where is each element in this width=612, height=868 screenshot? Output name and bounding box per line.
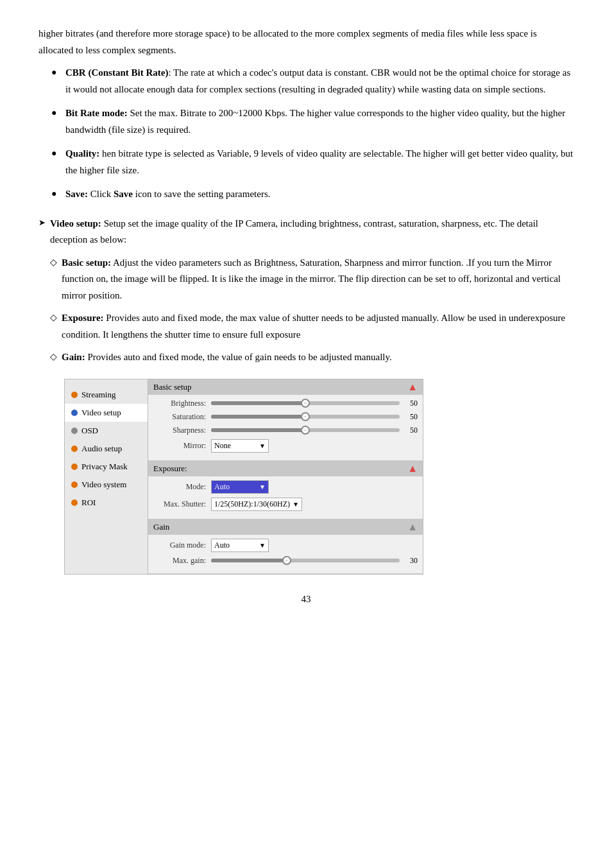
brightness-row: Brightness: 50 — [153, 399, 418, 408]
diagram: Streaming Video setup OSD Audio setup Pr… — [64, 379, 423, 575]
basic-setup-collapse-icon[interactable]: ▲ — [407, 381, 418, 393]
max-shutter-label: Max. Shutter: — [153, 499, 211, 509]
saturation-slider-track[interactable] — [211, 415, 400, 419]
exposure-mode-label: Mode: — [153, 482, 211, 492]
sidebar-item-video-system[interactable]: Video system — [65, 476, 148, 494]
brightness-thumb[interactable] — [301, 399, 310, 408]
bullet-quality: Quality: hen bitrate type is selected as… — [51, 146, 574, 178]
streaming-dot — [71, 392, 78, 398]
sidebar-item-osd-label: OSD — [81, 426, 98, 436]
basic-setup-text: Adjust the video parameters such as Brig… — [62, 257, 561, 300]
osd-dot — [71, 428, 78, 434]
mirror-row: Mirror: None ▼ — [153, 439, 418, 453]
privacy-mask-dot — [71, 464, 78, 470]
video-system-dot — [71, 482, 78, 488]
basic-setup-title: Basic setup — [153, 382, 192, 392]
sharpness-fill — [211, 428, 305, 432]
roi-dot — [71, 499, 78, 506]
exposure-panel-title: Exposure: — [153, 464, 187, 474]
video-setup-heading-text: Setup set the image quality of the IP Ca… — [50, 218, 538, 245]
brightness-label: Brightness: — [153, 399, 211, 408]
basic-setup-label: Basic setup: — [62, 257, 111, 268]
bullet-cbr-label: CBR (Constant Bit Rate) — [65, 67, 168, 78]
sharpness-row: Sharpness: 50 — [153, 426, 418, 435]
mirror-label: Mirror: — [153, 441, 211, 451]
basic-setup-subheading: Basic setup: Adjust the video parameters… — [38, 255, 574, 304]
max-shutter-row: Max. Shutter: 1/25(50HZ):1/30(60HZ) ▼ — [153, 498, 418, 511]
bullet-save-text1: Click — [88, 189, 114, 199]
max-gain-value: 30 — [404, 556, 418, 566]
gain-mode-row: Gain mode: Auto ▼ — [153, 539, 418, 552]
saturation-label: Saturation: — [153, 412, 211, 422]
bullet-bitrate: Bit Rate mode: Set the max. Bitrate to 2… — [51, 105, 574, 138]
main-panel: Basic setup ▲ Brightness: 50 Saturation: — [148, 379, 423, 574]
bullet-save: Save: Click Save icon to save the settin… — [51, 186, 574, 203]
gain-mode-label: Gain mode: — [153, 541, 211, 550]
saturation-thumb[interactable] — [301, 412, 310, 421]
saturation-fill — [211, 415, 305, 419]
brightness-slider-track[interactable] — [211, 401, 400, 405]
bullet-list: CBR (Constant Bit Rate): The rate at whi… — [38, 65, 574, 203]
sidebar-item-video-setup[interactable]: Video setup — [65, 404, 148, 422]
sharpness-value: 50 — [404, 426, 418, 435]
max-gain-row: Max. gain: 30 — [153, 556, 418, 566]
mirror-select[interactable]: None ▼ — [211, 439, 269, 453]
sharpness-thumb[interactable] — [301, 426, 310, 435]
gain-header[interactable]: Gain ▲ — [148, 519, 423, 535]
sidebar-item-privacy-mask-label: Privacy Mask — [81, 462, 128, 472]
video-setup-dot — [71, 410, 78, 416]
mirror-select-value: None — [214, 441, 231, 451]
sidebar-item-streaming-label: Streaming — [81, 390, 115, 400]
max-gain-thumb[interactable] — [282, 556, 291, 565]
sidebar-item-roi[interactable]: ROI — [65, 494, 148, 512]
sharpness-slider-track[interactable] — [211, 428, 400, 432]
max-shutter-select[interactable]: 1/25(50HZ):1/30(60HZ) ▼ — [211, 498, 302, 511]
bullet-cbr: CBR (Constant Bit Rate): The rate at whi… — [51, 65, 574, 98]
sidebar-item-streaming[interactable]: Streaming — [65, 386, 148, 404]
sidebar-item-audio-setup[interactable]: Audio setup — [65, 440, 148, 458]
gain-mode-arrow-icon: ▼ — [259, 542, 266, 549]
sidebar-item-privacy-mask[interactable]: Privacy Mask — [65, 458, 148, 476]
video-setup-section: Video setup: Setup set the image quality… — [38, 216, 574, 248]
exposure-text: Provides auto and fixed mode, the max va… — [62, 313, 565, 340]
exposure-header[interactable]: Exposure: ▲ — [148, 461, 423, 476]
gain-collapse-icon[interactable]: ▲ — [407, 521, 418, 533]
exposure-mode-row: Mode: Auto ▼ — [153, 480, 418, 494]
max-gain-label: Max. gain: — [153, 556, 211, 566]
sidebar-item-roi-label: ROI — [81, 498, 96, 508]
basic-setup-header[interactable]: Basic setup ▲ — [148, 379, 423, 395]
bullet-bitrate-text: Set the max. Bitrate to 200~12000 Kbps. … — [65, 108, 565, 135]
exposure-mode-select[interactable]: Auto ▼ — [211, 480, 269, 494]
basic-setup-section: Basic setup ▲ Brightness: 50 Saturation: — [148, 379, 423, 461]
sidebar-item-video-setup-label: Video setup — [81, 408, 121, 418]
exposure-body: Mode: Auto ▼ Max. Shutter: 1/25(50HZ):1/… — [148, 476, 423, 519]
basic-setup-body: Brightness: 50 Saturation: 50 — [148, 395, 423, 460]
exposure-subheading: Exposure: Provides auto and fixed mode, … — [38, 310, 574, 343]
max-shutter-arrow-icon: ▼ — [293, 501, 299, 508]
bullet-save-text2: icon to save the setting parameters. — [133, 189, 271, 199]
gain-panel-title: Gain — [153, 522, 169, 532]
gain-text: Provides auto and fixed mode, the value … — [85, 352, 392, 362]
gain-mode-select[interactable]: Auto ▼ — [211, 539, 269, 552]
video-setup-heading-bold: Video setup: — [50, 218, 101, 229]
max-shutter-value: 1/25(50HZ):1/30(60HZ) — [214, 499, 290, 509]
gain-body: Gain mode: Auto ▼ Max. gain: 30 — [148, 535, 423, 573]
intro-paragraph: higher bitrates (and therefore more stor… — [38, 26, 574, 58]
max-gain-slider-track[interactable] — [211, 559, 400, 562]
brightness-fill — [211, 401, 305, 405]
exposure-collapse-icon[interactable]: ▲ — [407, 463, 418, 474]
exposure-label: Exposure: — [62, 313, 104, 323]
page-number: 43 — [38, 594, 574, 605]
sidebar-item-osd[interactable]: OSD — [65, 422, 148, 440]
saturation-row: Saturation: 50 — [153, 412, 418, 422]
bullet-bitrate-label: Bit Rate mode: — [65, 108, 128, 118]
sidebar-item-audio-setup-label: Audio setup — [81, 444, 122, 454]
bullet-quality-label: Quality: — [65, 148, 99, 159]
sidebar-item-video-system-label: Video system — [81, 480, 126, 490]
saturation-value: 50 — [404, 412, 418, 422]
bullet-save-label2: Save — [114, 189, 133, 199]
brightness-value: 50 — [404, 399, 418, 408]
gain-mode-value: Auto — [214, 541, 230, 550]
exposure-section: Exposure: ▲ Mode: Auto ▼ Max. Shutter: 1… — [148, 461, 423, 519]
gain-section: Gain ▲ Gain mode: Auto ▼ Max. gain: — [148, 519, 423, 574]
